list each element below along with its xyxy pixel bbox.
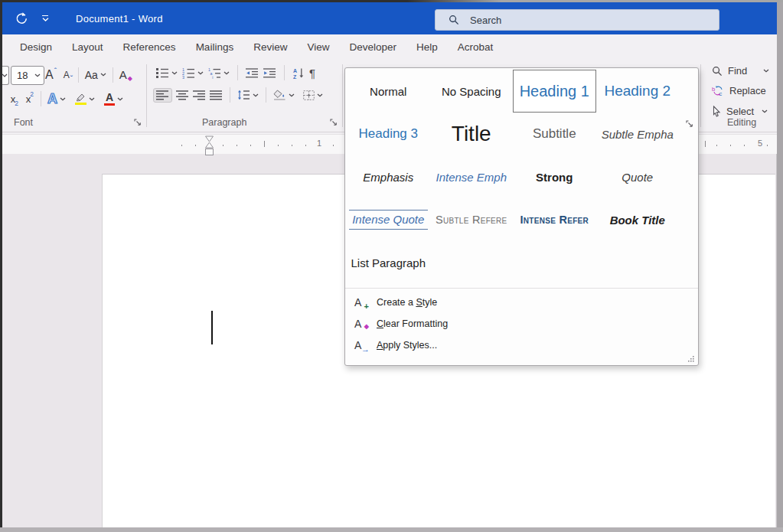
- align-left-button[interactable]: [153, 88, 172, 103]
- font-dialog-launcher[interactable]: [134, 119, 142, 126]
- chevron-down-icon: [34, 73, 41, 77]
- style-item-strong[interactable]: Strong: [513, 155, 596, 198]
- paragraph-dialog-launcher[interactable]: [330, 119, 338, 126]
- change-case-button[interactable]: Aa: [85, 69, 106, 81]
- chevron-down-icon: [317, 93, 323, 97]
- style-item-title[interactable]: Title: [430, 113, 514, 155]
- tab-developer[interactable]: Developer: [339, 34, 406, 60]
- clear-formatting-button[interactable]: A◆: [119, 68, 127, 81]
- search-box[interactable]: Search: [435, 9, 719, 31]
- style-item-list-paragraph[interactable]: List Paragraph: [347, 241, 430, 284]
- text-highlight-button[interactable]: [75, 93, 95, 106]
- create-style-icon: A+: [354, 296, 368, 308]
- search-placeholder: Search: [470, 15, 501, 26]
- style-item-quote[interactable]: Quote: [596, 155, 680, 198]
- style-item-heading-2[interactable]: Heading 2: [596, 70, 680, 113]
- text-effects-icon: A: [47, 92, 57, 106]
- resize-grip[interactable]: [687, 355, 694, 362]
- style-item-label: No Spacing: [442, 85, 501, 98]
- qat-bar-icon: [42, 15, 48, 16]
- increase-indent-button[interactable]: [263, 68, 276, 78]
- decrease-indent-button[interactable]: [246, 68, 259, 78]
- line-spacing-button[interactable]: [237, 90, 259, 100]
- superscript-button[interactable]: x2: [22, 93, 34, 105]
- justify-button[interactable]: [210, 90, 223, 100]
- divider: [237, 65, 238, 80]
- tab-view[interactable]: View: [297, 34, 339, 60]
- svg-text:i: i: [212, 75, 213, 79]
- ruler-ticks: [716, 145, 756, 146]
- styles-gallery-popup: NormalNo SpacingHeading 1Heading 2Headin…: [344, 67, 699, 366]
- paragraph-group-label: Paragraph: [202, 117, 246, 128]
- align-center-icon: [176, 90, 189, 100]
- tab-mailings[interactable]: Mailings: [186, 34, 244, 60]
- subscript-button[interactable]: x2: [7, 93, 19, 105]
- find-button[interactable]: Find: [712, 65, 769, 77]
- customize-quick-access-toolbar-button[interactable]: [38, 7, 53, 30]
- multilevel-list-icon: 1 a i: [208, 67, 221, 79]
- style-item-book-title[interactable]: Book Title: [596, 198, 680, 241]
- apply-styles-menu-item[interactable]: A→Apply Styles...: [354, 336, 437, 354]
- tab-acrobat[interactable]: Acrobat: [448, 34, 504, 60]
- borders-button[interactable]: [303, 90, 323, 100]
- font-group: 18 Aˆ Aˇ Aa: [2, 60, 146, 132]
- style-item-heading-3[interactable]: Heading 3: [347, 113, 430, 155]
- style-item-subtitle[interactable]: Subtitle: [513, 113, 596, 155]
- chevron-down-icon: [197, 71, 204, 75]
- font-name-combo-partial[interactable]: [2, 66, 9, 85]
- style-item-label: Intense Emph: [436, 171, 507, 184]
- create-style-menu-item[interactable]: A+Create a Style: [354, 293, 437, 312]
- clear-formatting-menu-item[interactable]: A◆Clear Formatting: [354, 315, 448, 333]
- tab-review[interactable]: Review: [243, 34, 297, 60]
- shading-button[interactable]: [273, 90, 295, 100]
- multilevel-list-button[interactable]: 1 a i: [208, 67, 230, 79]
- font-size-combo[interactable]: 18: [11, 66, 44, 85]
- caret-down-icon: ˇ: [70, 74, 73, 82]
- align-right-button[interactable]: [193, 90, 206, 100]
- tab-references[interactable]: References: [113, 34, 186, 60]
- style-item-no-spacing[interactable]: No Spacing: [430, 70, 514, 113]
- group-separator: [342, 64, 343, 127]
- align-center-button[interactable]: [176, 90, 189, 100]
- window-border-right: [777, 0, 783, 532]
- grow-font-button[interactable]: Aˆ: [45, 68, 56, 82]
- style-item-label: Subtitle: [533, 126, 576, 142]
- styles-dialog-launcher[interactable]: [686, 120, 693, 128]
- svg-text:3: 3: [182, 75, 184, 79]
- select-button[interactable]: Select: [712, 106, 768, 117]
- tab-design[interactable]: Design: [10, 34, 62, 60]
- style-item-normal[interactable]: Normal: [347, 70, 430, 113]
- replace-button[interactable]: b c Replace: [712, 85, 766, 96]
- editing-group: Find b c Replace: [704, 60, 777, 132]
- divider: [41, 91, 41, 106]
- bullets-button[interactable]: [156, 67, 178, 78]
- style-item-intense-quote[interactable]: Intense Quote: [347, 198, 430, 241]
- chevron-down-icon: [42, 18, 49, 21]
- find-icon: [712, 66, 723, 77]
- search-icon: [449, 15, 459, 25]
- ruler-number: 1: [317, 139, 321, 148]
- numbering-button[interactable]: 1 2 3: [182, 67, 204, 79]
- text-effects-button[interactable]: A: [47, 92, 66, 106]
- text-cursor: [211, 311, 213, 344]
- highlighter-icon: [75, 93, 86, 106]
- select-pointer-icon: [712, 106, 721, 117]
- show-hide-marks-button[interactable]: ¶: [309, 67, 315, 80]
- style-item-intense-emph[interactable]: Intense Emph: [430, 155, 514, 198]
- style-item-heading-1[interactable]: Heading 1: [513, 70, 596, 113]
- style-item-emphasis[interactable]: Emphasis: [347, 155, 430, 198]
- align-right-icon: [193, 90, 206, 100]
- shrink-font-button[interactable]: Aˇ: [64, 70, 72, 80]
- style-item-intense-refer[interactable]: Intense Refer: [513, 198, 596, 241]
- tab-help[interactable]: Help: [406, 34, 448, 60]
- tab-layout[interactable]: Layout: [62, 34, 113, 60]
- style-item-subtle-empha[interactable]: Subtle Empha: [596, 113, 680, 155]
- font-color-button[interactable]: A: [104, 92, 123, 106]
- redo-button[interactable]: [11, 7, 31, 30]
- style-item-subtle-refere[interactable]: Subtle Refere: [430, 198, 514, 241]
- divider: [78, 67, 79, 83]
- sort-button[interactable]: A Z: [292, 67, 305, 79]
- indent-marker[interactable]: [204, 135, 214, 157]
- style-item-label: Quote: [622, 171, 653, 184]
- replace-label: Replace: [729, 85, 766, 96]
